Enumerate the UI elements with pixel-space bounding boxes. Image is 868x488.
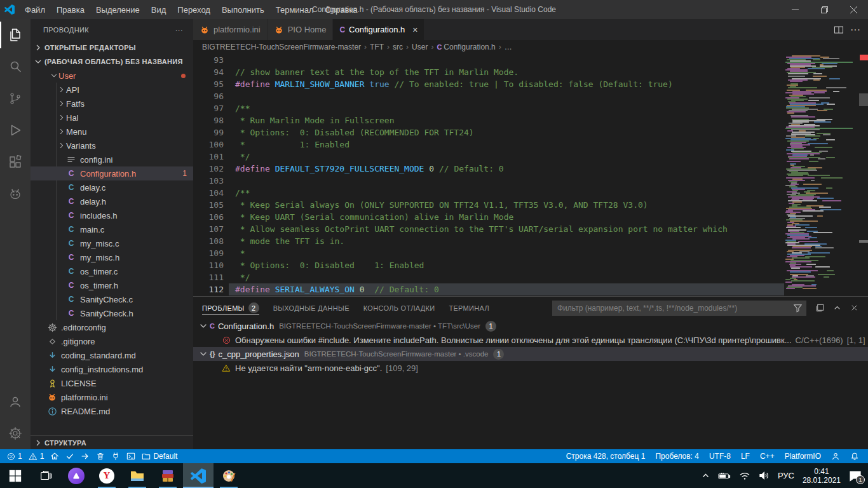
tree-item-Variants[interactable]: Variants — [31, 139, 193, 152]
tree-item-Fatfs[interactable]: Fatfs — [31, 97, 193, 111]
tree-item-os_timer.c[interactable]: Cos_timer.c — [31, 264, 193, 278]
tree-item-Hal[interactable]: Hal — [31, 111, 193, 125]
activity-run-debug[interactable] — [0, 114, 31, 146]
activity-source-control[interactable] — [0, 83, 31, 114]
taskbar-vscode[interactable] — [183, 463, 214, 488]
panel-tab-КОНСОЛЬ ОТЛАДКИ[interactable]: КОНСОЛЬ ОТЛАДКИ — [363, 297, 435, 319]
activity-settings[interactable] — [0, 417, 31, 449]
menu-Выполнить[interactable]: Выполнить — [216, 0, 270, 19]
tree-item-config_instructions.md[interactable]: config_instructions.md — [31, 362, 193, 376]
taskbar-alice[interactable] — [61, 463, 92, 488]
tree-item-coding_standard.md[interactable]: coding_standard.md — [31, 348, 193, 362]
breadcrumb-item[interactable]: TFT — [370, 43, 384, 51]
tree-item-SanityCheck.c[interactable]: CSanityCheck.c — [31, 292, 193, 306]
maximize-panel-icon[interactable] — [832, 303, 842, 313]
tree-item-SanityCheck.h[interactable]: CSanityCheck.h — [31, 306, 193, 320]
taskbar-yandex-browser[interactable]: Y — [92, 463, 122, 488]
status-pio-home[interactable] — [47, 449, 62, 463]
status-cursor-position[interactable]: Строка 428, столбец 1 — [561, 452, 651, 461]
status-notifications[interactable] — [845, 452, 864, 461]
tree-item-LICENSE[interactable]: LICENSE — [31, 376, 193, 390]
status-pio-clean[interactable] — [93, 449, 108, 463]
tree-item-Configuration.h[interactable]: CConfiguration.h1 — [31, 166, 193, 180]
open-in-editor-icon[interactable] — [815, 303, 825, 313]
breadcrumb-item[interactable]: User — [412, 43, 428, 51]
breadcrumb-item[interactable]: src — [393, 43, 403, 51]
activity-platformio[interactable] — [0, 178, 31, 210]
menu-Выделение[interactable]: Выделение — [90, 0, 146, 19]
split-editor-icon[interactable] — [834, 25, 844, 35]
workspace-section[interactable]: (РАБОЧАЯ ОБЛАСТЬ) БЕЗ НАЗВАНИЯ — [31, 55, 193, 69]
language-indicator[interactable]: РУС — [778, 471, 794, 480]
outline-section[interactable]: СТРУКТУРА — [31, 435, 193, 449]
panel-tab-ПРОБЛЕМЫ[interactable]: ПРОБЛЕМЫ2 — [202, 297, 259, 319]
tree-item-platformio.ini[interactable]: platformio.ini — [31, 390, 193, 404]
problem-item-row[interactable]: Не удается найти "arm-none-eabi-gcc".[10… — [193, 361, 868, 375]
filter-icon[interactable] — [793, 303, 803, 313]
filter-input[interactable] — [556, 303, 793, 313]
tree-item-.editorconfig[interactable]: .editorconfig — [31, 320, 193, 334]
taskbar-paint[interactable] — [214, 463, 244, 488]
action-center-icon[interactable]: 1 — [849, 470, 862, 482]
minimize-button[interactable] — [780, 0, 810, 19]
taskbar-file-explorer[interactable] — [122, 463, 153, 488]
tab-PIO Home[interactable]: PIO Home — [268, 19, 333, 40]
tab-Configuration.h[interactable]: CConfiguration.h× — [333, 19, 424, 40]
tray-expand-icon[interactable] — [702, 471, 710, 480]
volume-icon[interactable] — [759, 471, 770, 480]
menu-Вид[interactable]: Вид — [146, 0, 172, 19]
tree-item-delay.h[interactable]: Cdelay.h — [31, 194, 193, 208]
status-encoding[interactable]: UTF-8 — [704, 452, 736, 461]
tree-item-User[interactable]: User — [31, 69, 193, 83]
battery-icon[interactable] — [718, 471, 731, 480]
tree-item-os_timer.h[interactable]: Cos_timer.h — [31, 278, 193, 292]
close-button[interactable] — [839, 0, 868, 19]
breadcrumb-item[interactable]: Configuration.h — [444, 43, 495, 51]
more-actions-icon[interactable]: ··· — [850, 24, 860, 36]
tree-item-API[interactable]: API — [31, 83, 193, 97]
clock[interactable]: 0:41 28.01.2021 — [803, 467, 841, 485]
taskbar-start[interactable] — [0, 463, 31, 488]
status-pio-terminal[interactable] — [123, 449, 139, 463]
tab-platformio.ini[interactable]: platformio.ini — [193, 19, 267, 40]
scrollbar-thumb[interactable] — [859, 93, 868, 106]
tree-item-config.ini[interactable]: config.ini — [31, 152, 193, 166]
status-pio-build[interactable] — [62, 449, 78, 463]
problem-file-row[interactable]: {}c_cpp_properties.jsonBIGTREETECH-Touch… — [193, 347, 868, 361]
menu-Переход[interactable]: Переход — [172, 0, 216, 19]
minimap[interactable] — [784, 54, 859, 296]
activity-account[interactable] — [0, 386, 31, 417]
sidebar-more-actions-icon[interactable]: ··· — [175, 26, 183, 34]
open-editors-section[interactable]: ОТКРЫТЫЕ РЕДАКТОРЫ — [31, 41, 193, 55]
tree-item-my_misc.c[interactable]: Cmy_misc.c — [31, 236, 193, 250]
tree-item-my_misc.h[interactable]: Cmy_misc.h — [31, 250, 193, 264]
tree-item-includes.h[interactable]: Cincludes.h — [31, 208, 193, 222]
wifi-icon[interactable] — [739, 471, 750, 480]
status-problems-warnings[interactable]: 1 — [25, 449, 48, 463]
menu-Правка[interactable]: Правка — [51, 0, 90, 19]
editor-scrollbar[interactable] — [859, 54, 868, 296]
code-editor[interactable]: 9394// show banner text at the top of th… — [193, 54, 868, 296]
status-problems-errors[interactable]: 1 — [4, 449, 25, 463]
problem-item-row[interactable]: Обнаружены ошибки #include. Измените inc… — [193, 333, 868, 347]
activity-explorer[interactable] — [0, 19, 31, 51]
tree-item-delay.c[interactable]: Cdelay.c — [31, 180, 193, 194]
status-language-mode[interactable]: C++ — [755, 452, 780, 461]
panel-tab-ВЫХОДНЫЕ ДАННЫЕ[interactable]: ВЫХОДНЫЕ ДАННЫЕ — [273, 297, 349, 319]
taskbar-winrar[interactable] — [153, 463, 183, 488]
tree-item-README.md[interactable]: README.md — [31, 404, 193, 418]
tree-item-Menu[interactable]: Menu — [31, 125, 193, 139]
status-platformio-status[interactable]: PlatformIO — [780, 452, 826, 461]
status-eol[interactable]: LF — [736, 452, 755, 461]
status-feedback[interactable] — [826, 452, 845, 461]
status-pio-serial-monitor[interactable] — [108, 449, 123, 463]
menu-Файл[interactable]: Файл — [19, 0, 51, 19]
tree-item-main.c[interactable]: Cmain.c — [31, 222, 193, 236]
tab-close-icon[interactable]: × — [412, 25, 417, 35]
panel-tab-ТЕРМИНАЛ[interactable]: ТЕРМИНАЛ — [449, 297, 489, 319]
taskbar-task-view[interactable] — [31, 463, 61, 488]
restore-button[interactable] — [810, 0, 839, 19]
close-panel-icon[interactable] — [850, 303, 859, 313]
activity-extensions[interactable] — [0, 146, 31, 178]
status-pio-upload[interactable] — [78, 449, 93, 463]
